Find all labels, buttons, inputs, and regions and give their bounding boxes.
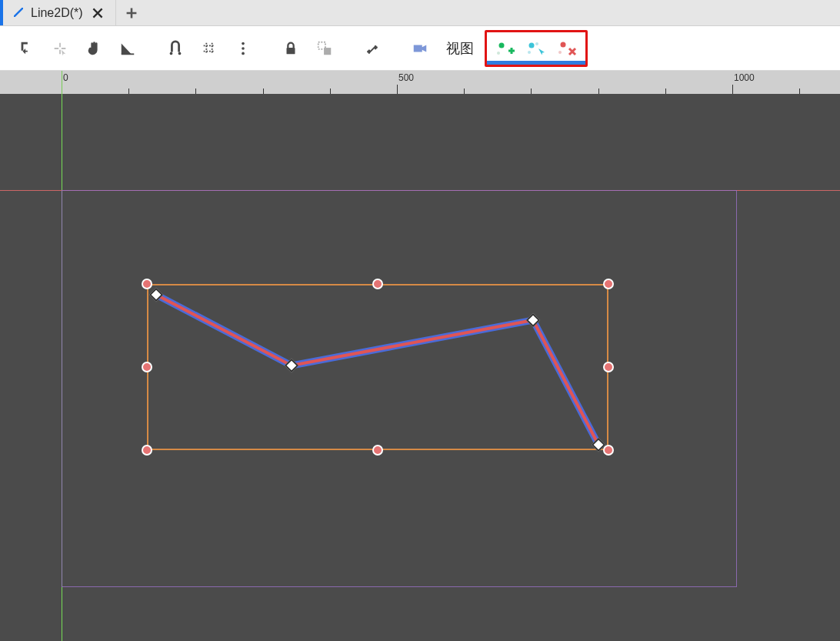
point-tools-underline <box>487 61 585 65</box>
svg-point-4 <box>242 47 245 50</box>
selection-handle[interactable] <box>142 362 152 372</box>
view-menu-button[interactable]: 视图 <box>438 33 482 64</box>
selection-handle[interactable] <box>372 279 383 289</box>
ruler-tick-major <box>397 85 398 94</box>
lock-button[interactable] <box>275 33 306 64</box>
ruler-tick-minor <box>799 88 800 94</box>
select-point-button[interactable] <box>521 33 552 64</box>
ruler-tick-minor <box>531 88 532 94</box>
ruler-origin-line <box>62 71 62 94</box>
group-select-button[interactable] <box>309 33 340 64</box>
scene-tab-title: Line2D(*) <box>31 6 83 20</box>
scene-tab[interactable]: Line2D(*) <box>0 0 116 25</box>
svg-point-1 <box>170 52 173 55</box>
ruler-tick-minor <box>464 88 465 94</box>
bone-button[interactable] <box>357 33 388 64</box>
ruler-tick-label: 1000 <box>734 72 755 83</box>
ruler-tick-label: 500 <box>398 72 414 83</box>
add-tab-button[interactable] <box>116 0 147 25</box>
close-tab-button[interactable] <box>91 6 105 20</box>
ruler-tick-minor <box>128 88 129 94</box>
selection-handle[interactable] <box>142 279 152 289</box>
pan-hand-button[interactable] <box>78 33 109 64</box>
svg-point-13 <box>528 51 531 54</box>
more-options-button[interactable] <box>228 33 258 64</box>
camera-button[interactable] <box>405 33 435 64</box>
selection-handle[interactable] <box>603 445 614 456</box>
editor-viewport[interactable] <box>0 94 840 641</box>
selection-handle[interactable] <box>142 445 152 456</box>
svg-rect-8 <box>324 48 331 55</box>
ruler-tick-minor <box>665 88 666 94</box>
ruler-tick-major <box>732 85 733 94</box>
svg-point-14 <box>561 42 566 47</box>
ruler-tick-minor <box>263 88 264 94</box>
svg-point-9 <box>499 42 505 48</box>
svg-point-3 <box>242 42 245 45</box>
selection-handle[interactable] <box>372 445 383 456</box>
snap-grid-button[interactable] <box>194 33 225 64</box>
svg-point-10 <box>497 52 500 55</box>
selection-handle[interactable] <box>603 279 614 289</box>
svg-point-2 <box>178 52 182 55</box>
ruler-tool-button[interactable] <box>112 33 143 64</box>
ruler-tick-minor <box>598 88 599 94</box>
view-menu-label: 视图 <box>446 39 474 58</box>
toolbar: 视图 <box>0 26 840 71</box>
svg-rect-6 <box>287 48 295 54</box>
svg-point-5 <box>242 52 245 55</box>
ruler-tick-minor <box>195 88 196 94</box>
selection-bounding-box[interactable] <box>147 284 608 450</box>
ruler-tick-minor <box>330 88 331 94</box>
select-tool-button[interactable] <box>11 33 42 64</box>
ruler-tick-label: 0 <box>63 72 68 83</box>
delete-point-button[interactable] <box>552 33 582 64</box>
svg-point-15 <box>558 51 562 54</box>
selection-handle[interactable] <box>603 362 614 372</box>
scene-type-icon <box>14 6 23 20</box>
svg-line-0 <box>14 8 23 17</box>
move-cursor-button[interactable] <box>45 33 75 64</box>
snap-object-button[interactable] <box>160 33 191 64</box>
tab-bar: Line2D(*) <box>0 0 840 26</box>
add-point-button[interactable] <box>490 33 521 64</box>
svg-point-11 <box>529 42 535 48</box>
svg-point-12 <box>535 42 538 45</box>
horizontal-ruler: 05001000 <box>0 71 840 94</box>
